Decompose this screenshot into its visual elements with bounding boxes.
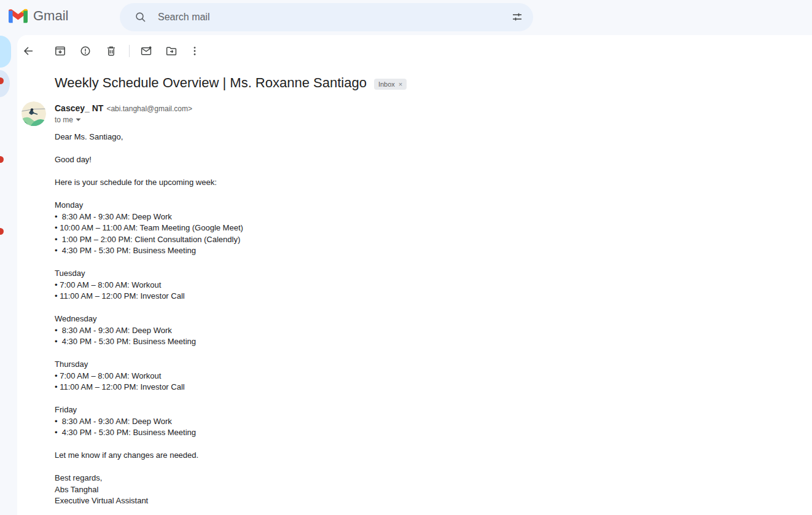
body-line: • 10:00 AM – 11:00 AM: Team Meeting (Goo… bbox=[55, 222, 812, 234]
body-paragraph: Wednesday• 8:30 AM - 9:30 AM: Deep Work•… bbox=[55, 313, 812, 348]
body-line: • 8:30 AM - 9:30 AM: Deep Work bbox=[55, 325, 812, 337]
move-to-icon bbox=[165, 45, 178, 57]
mark-unread-icon bbox=[140, 45, 152, 57]
back-icon bbox=[22, 45, 34, 57]
archive-icon bbox=[54, 45, 66, 57]
body-line: Dear Ms. Santiago, bbox=[55, 132, 812, 143]
body-line: Good day! bbox=[55, 154, 812, 166]
email-toolbar bbox=[17, 35, 812, 66]
body-line: Tuesday bbox=[55, 268, 812, 280]
body-line: Executive Virtual Assistant bbox=[55, 495, 812, 507]
body-line: • 7:00 AM – 8:00 AM: Workout bbox=[55, 371, 812, 382]
sender-name: Cascey_ NT bbox=[55, 103, 103, 113]
body-line: Wednesday bbox=[55, 313, 812, 325]
report-spam-button[interactable] bbox=[74, 40, 96, 62]
body-paragraph: Good day! bbox=[55, 154, 812, 166]
body-line: Monday bbox=[55, 200, 812, 211]
body-line: Abs Tanghal bbox=[55, 484, 812, 496]
body-paragraph: Here is your schedule for the upcoming w… bbox=[55, 177, 812, 189]
body-line: • 8:30 AM - 9:30 AM: Deep Work bbox=[55, 211, 812, 223]
body-line: • 8:30 AM - 9:30 AM: Deep Work bbox=[55, 416, 812, 428]
body-line: • 11:00 AM – 12:00 PM: Investor Call bbox=[55, 382, 812, 393]
toolbar-divider bbox=[129, 45, 130, 57]
body-line: Let me know if any changes are needed. bbox=[55, 450, 812, 462]
body-line: • 1:00 PM – 2:00 PM: Client Consultation… bbox=[55, 234, 812, 246]
body-line: • 4:30 PM - 5:30 PM: Business Meeting bbox=[55, 245, 812, 257]
email-view: Weekly Schedule Overview | Ms. Roxanne S… bbox=[17, 35, 812, 515]
subject-row: Weekly Schedule Overview | Ms. Roxanne S… bbox=[55, 74, 787, 92]
more-vert-icon bbox=[189, 45, 201, 57]
mark-unread-button[interactable] bbox=[135, 40, 157, 62]
body-paragraph: Friday• 8:30 AM - 9:30 AM: Deep Work• 4:… bbox=[55, 404, 812, 439]
delete-icon bbox=[105, 45, 117, 57]
body-paragraph: Best regards,Abs TanghalExecutive Virtua… bbox=[55, 473, 812, 507]
body-paragraph: Thursday• 7:00 AM – 8:00 AM: Workout• 11… bbox=[55, 359, 812, 393]
body-paragraph: Dear Ms. Santiago, bbox=[55, 132, 812, 143]
remove-label-icon[interactable]: × bbox=[399, 81, 402, 88]
chevron-down-icon bbox=[76, 118, 81, 122]
body-line: • 4:30 PM - 5:30 PM: Business Meeting bbox=[55, 427, 812, 439]
search-input[interactable] bbox=[157, 11, 505, 23]
inbox-label-chip[interactable]: Inbox × bbox=[374, 79, 407, 90]
body-line: Here is your schedule for the upcoming w… bbox=[55, 177, 812, 189]
move-to-button[interactable] bbox=[160, 40, 182, 62]
sender-address: <abi.tanghal@gmail.com> bbox=[106, 104, 192, 113]
sender-meta: Cascey_ NT <abi.tanghal@gmail.com> to me bbox=[55, 101, 192, 124]
gmail-logo-icon bbox=[9, 9, 28, 23]
collapsed-compose-pill[interactable] bbox=[0, 36, 11, 68]
search-icon[interactable] bbox=[128, 5, 153, 29]
more-options-button[interactable] bbox=[184, 40, 206, 62]
report-spam-icon bbox=[79, 45, 92, 57]
sender-row: Cascey_ NT <abi.tanghal@gmail.com> to me bbox=[21, 101, 812, 126]
body-line: Friday bbox=[55, 404, 812, 416]
body-line: Thursday bbox=[55, 359, 812, 371]
tune-icon[interactable] bbox=[505, 5, 529, 29]
body-line: Best regards, bbox=[55, 473, 812, 484]
body-paragraph: Tuesday• 7:00 AM – 8:00 AM: Workout• 11:… bbox=[55, 268, 812, 302]
body-paragraph: Monday• 8:30 AM - 9:30 AM: Deep Work• 10… bbox=[55, 200, 812, 257]
delete-button[interactable] bbox=[100, 40, 122, 62]
recipient-label: to me bbox=[55, 116, 73, 124]
notification-dot bbox=[0, 228, 4, 235]
top-bar: Gmail bbox=[0, 0, 812, 35]
email-body: Dear Ms. Santiago,Good day!Here is your … bbox=[55, 132, 812, 507]
body-line: • 4:30 PM - 5:30 PM: Business Meeting bbox=[55, 336, 812, 348]
gmail-logo-text: Gmail bbox=[33, 8, 68, 24]
inbox-label-text: Inbox bbox=[378, 81, 395, 88]
sender-avatar[interactable] bbox=[21, 101, 46, 126]
body-line: • 11:00 AM – 12:00 PM: Investor Call bbox=[55, 291, 812, 302]
body-line: • 7:00 AM – 8:00 AM: Workout bbox=[55, 280, 812, 291]
email-subject: Weekly Schedule Overview | Ms. Roxanne S… bbox=[55, 74, 367, 92]
notification-dot bbox=[0, 156, 4, 163]
archive-button[interactable] bbox=[49, 40, 71, 62]
body-paragraph: Let me know if any changes are needed. bbox=[55, 450, 812, 462]
recipient-details-toggle[interactable]: to me bbox=[55, 116, 192, 124]
back-button[interactable] bbox=[17, 40, 39, 62]
gmail-logo[interactable]: Gmail bbox=[9, 8, 68, 24]
search-bar[interactable] bbox=[120, 3, 533, 31]
